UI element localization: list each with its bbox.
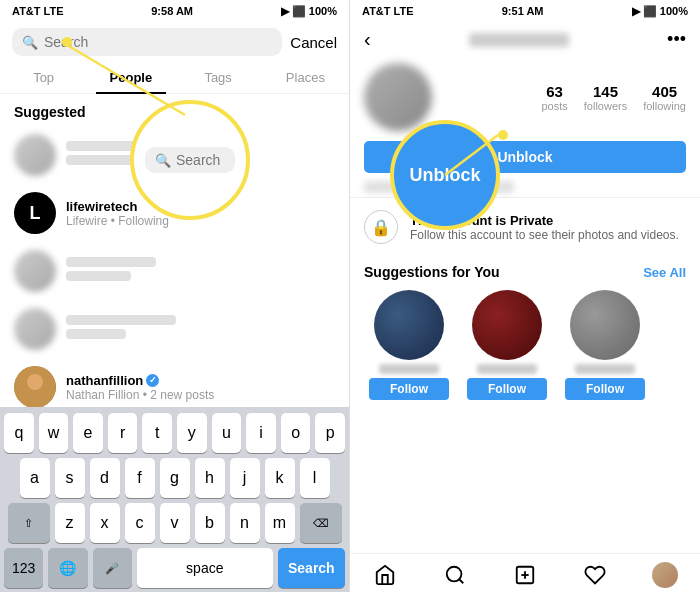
cancel-button[interactable]: Cancel (290, 34, 337, 51)
svg-line-5 (459, 579, 463, 583)
emoji-key[interactable]: 🌐 (48, 548, 87, 588)
key-g[interactable]: g (160, 458, 190, 498)
key-i[interactable]: i (246, 413, 276, 453)
suggestion-avatar-2 (472, 290, 542, 360)
tab-top[interactable]: Top (0, 62, 87, 93)
list-item[interactable]: nathanfillion ✓ Nathan Fillion • 2 new p… (0, 358, 349, 407)
suggestion-avatar-1 (374, 290, 444, 360)
key-u[interactable]: u (212, 413, 242, 453)
key-x[interactable]: x (90, 503, 120, 543)
svg-point-1 (27, 374, 43, 390)
suggestions-header: Suggestions for You See All (350, 256, 700, 284)
keyboard: q w e r t y u i o p a s d f g h j k l ⇧ … (0, 407, 349, 592)
tabs-row: Top People Tags Places (0, 62, 349, 94)
keyboard-row-2: a s d f g h j k l (4, 458, 345, 498)
tab-tags[interactable]: Tags (175, 62, 262, 93)
stat-following: 405 following (643, 83, 686, 112)
key-f[interactable]: f (125, 458, 155, 498)
stat-followers: 145 followers (584, 83, 627, 112)
key-k[interactable]: k (265, 458, 295, 498)
yellow-dot-right (498, 130, 508, 140)
key-t[interactable]: t (142, 413, 172, 453)
key-a[interactable]: a (20, 458, 50, 498)
key-p[interactable]: p (315, 413, 345, 453)
num-key[interactable]: 123 (4, 548, 43, 588)
suggestion-card-2: Follow (462, 290, 552, 400)
yellow-dot-left (62, 37, 72, 47)
suggestion-avatar-3 (570, 290, 640, 360)
nav-search[interactable] (420, 562, 490, 588)
key-q[interactable]: q (4, 413, 34, 453)
back-button[interactable]: ‹ (364, 28, 371, 51)
user-info: nathanfillion ✓ Nathan Fillion • 2 new p… (66, 373, 214, 402)
left-search-header: 🔍 Cancel (0, 22, 349, 62)
backspace-key[interactable]: ⌫ (300, 503, 342, 543)
keyboard-search-button[interactable]: Search (278, 548, 345, 588)
shift-key[interactable]: ⇧ (8, 503, 50, 543)
follow-button-2[interactable]: Follow (467, 378, 547, 400)
search-input[interactable] (44, 34, 272, 50)
key-e[interactable]: e (73, 413, 103, 453)
user-sub: Nathan Fillion • 2 new posts (66, 388, 214, 402)
nav-heart[interactable] (560, 562, 630, 588)
avatar (14, 134, 56, 176)
left-status-bar: AT&T LTE 9:58 AM ▶ ⬛ 100% (0, 0, 349, 22)
more-button[interactable]: ••• (667, 29, 686, 50)
avatar (14, 366, 56, 407)
blurred-sub (66, 271, 131, 281)
svg-point-4 (447, 567, 462, 582)
zoom-search-inner: 🔍 (145, 147, 235, 173)
blurred-name (66, 315, 176, 325)
user-sub: Lifewire • Following (66, 214, 169, 228)
avatar (14, 308, 56, 350)
see-all-link[interactable]: See All (643, 265, 686, 280)
keyboard-row-bottom: 123 🌐 🎤 space Search (4, 548, 345, 588)
key-h[interactable]: h (195, 458, 225, 498)
space-key[interactable]: space (137, 548, 273, 588)
left-carrier: AT&T LTE (12, 5, 64, 17)
follow-button-3[interactable]: Follow (565, 378, 645, 400)
stat-posts: 63 posts (541, 83, 567, 112)
nav-add[interactable] (490, 562, 560, 588)
keyboard-row-1: q w e r t y u i o p (4, 413, 345, 453)
suggestion-card-3: Follow (560, 290, 650, 400)
key-m[interactable]: m (265, 503, 295, 543)
search-icon: 🔍 (22, 35, 38, 50)
key-v[interactable]: v (160, 503, 190, 543)
follow-button-1[interactable]: Follow (369, 378, 449, 400)
key-b[interactable]: b (195, 503, 225, 543)
keyboard-row-3: ⇧ z x c v b n m ⌫ (4, 503, 345, 543)
key-z[interactable]: z (55, 503, 85, 543)
suggestion-name-3 (575, 364, 635, 374)
suggestion-name-2 (477, 364, 537, 374)
right-nav-bar: ‹ ••• (350, 22, 700, 57)
lock-icon: 🔒 (364, 210, 398, 244)
search-zoom-circle: 🔍 (130, 100, 250, 220)
key-o[interactable]: o (281, 413, 311, 453)
tab-places[interactable]: Places (262, 62, 349, 93)
zoom-search-input[interactable] (176, 152, 226, 168)
right-status-icons: ▶ ⬛ 100% (632, 5, 688, 18)
mic-key[interactable]: 🎤 (93, 548, 132, 588)
key-d[interactable]: d (90, 458, 120, 498)
list-item[interactable] (0, 242, 349, 300)
blurred-sub (66, 329, 126, 339)
tab-people[interactable]: People (87, 62, 174, 93)
nav-home[interactable] (350, 562, 420, 588)
key-n[interactable]: n (230, 503, 260, 543)
right-panel: AT&T LTE 9:51 AM ▶ ⬛ 100% ‹ ••• 63 posts… (350, 0, 700, 592)
key-r[interactable]: r (108, 413, 138, 453)
nav-avatar (652, 562, 678, 588)
list-item[interactable] (0, 300, 349, 358)
search-bar[interactable]: 🔍 (12, 28, 282, 56)
nav-profile[interactable] (630, 562, 700, 588)
suggestions-row: Follow Follow Follow (350, 284, 700, 406)
verified-badge: ✓ (146, 374, 159, 387)
key-c[interactable]: c (125, 503, 155, 543)
key-l[interactable]: l (300, 458, 330, 498)
key-j[interactable]: j (230, 458, 260, 498)
key-s[interactable]: s (55, 458, 85, 498)
user-name: nathanfillion ✓ (66, 373, 214, 388)
key-w[interactable]: w (39, 413, 69, 453)
key-y[interactable]: y (177, 413, 207, 453)
